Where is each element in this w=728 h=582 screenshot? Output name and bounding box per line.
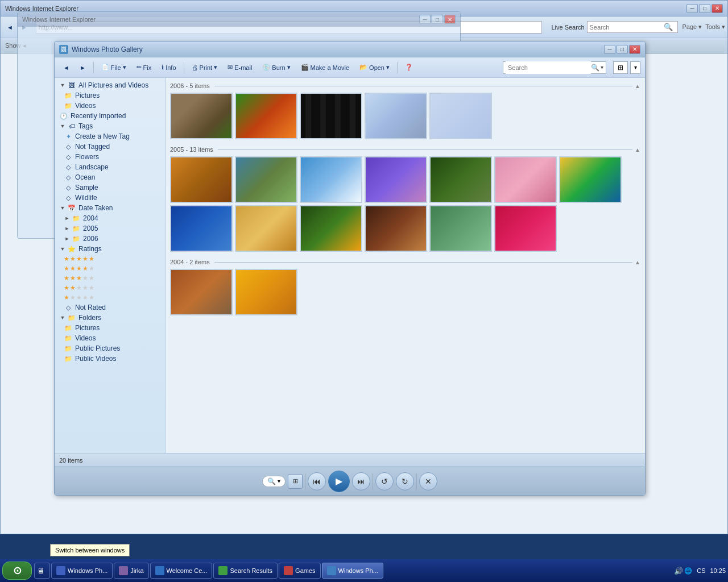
- photo-thumb-screenshot2[interactable]: [429, 93, 492, 139]
- ie-tools-btn[interactable]: Tools ▾: [705, 23, 725, 31]
- pg-help-btn[interactable]: ❓: [401, 61, 417, 73]
- sidebar-item-create-tag[interactable]: ✦ Create a New Tag: [55, 131, 165, 142]
- sidebar-item-5stars[interactable]: ★ ★ ★ ★ ★: [55, 254, 165, 264]
- pg-search-icon[interactable]: 🔍: [591, 64, 599, 72]
- photo-thumb-flowers-purple[interactable]: [365, 156, 427, 203]
- pg-search-arrow[interactable]: ▾: [601, 64, 603, 70]
- sidebar-item-folders[interactable]: ▼ 📁 Folders: [55, 313, 165, 323]
- tray-lang[interactable]: CS: [697, 567, 705, 574]
- photo-thumb-screenshot1[interactable]: [365, 93, 427, 139]
- taskbar-btn-games[interactable]: Games: [279, 563, 320, 579]
- sidebar-item-2stars[interactable]: ★ ★ ★ ★ ★: [55, 283, 165, 293]
- sidebar-item-wildlife[interactable]: ◇ Wildlife: [55, 193, 165, 203]
- sidebar-item-2004[interactable]: ► 📁 2004: [55, 213, 165, 223]
- sidebar-item-sample[interactable]: ◇ Sample: [55, 182, 165, 193]
- sidebar-item-ocean[interactable]: ◇ Ocean: [55, 172, 165, 182]
- sidebar-item-pictures[interactable]: 📁 Pictures: [55, 90, 165, 101]
- grid-view-btn[interactable]: ⊞: [288, 474, 303, 489]
- tray-clock[interactable]: 10:25: [710, 567, 726, 574]
- pg-burn-btn[interactable]: 💿 Burn ▾: [258, 61, 294, 73]
- pg-minimize-btn[interactable]: ─: [604, 45, 615, 54]
- year-arrow-2004[interactable]: ▲: [635, 259, 640, 265]
- next-btn[interactable]: ⏭: [352, 472, 370, 490]
- taskbar-btn-welcome[interactable]: Welcome Ce...: [150, 563, 213, 579]
- photo-thumb-canyon[interactable]: [170, 269, 233, 315]
- photo-thumb-film[interactable]: [300, 93, 362, 139]
- sidebar-item-not-rated[interactable]: ◇ Not Rated: [55, 302, 165, 313]
- ie-search-input[interactable]: [590, 24, 664, 31]
- ie-close-btn[interactable]: ✕: [712, 4, 723, 13]
- tray-speaker-icon[interactable]: 🔊: [674, 567, 683, 575]
- photo-thumb-forest[interactable]: [429, 156, 492, 203]
- sidebar-item-2006[interactable]: ► 📁 2006: [55, 234, 165, 244]
- sidebar-item-folder-videos[interactable]: 📁 Videos: [55, 333, 165, 343]
- taskbar-btn-jirka[interactable]: Jirka: [114, 563, 148, 579]
- photo-thumb-river[interactable]: [235, 156, 297, 203]
- year-arrow-2006[interactable]: ▲: [635, 83, 640, 89]
- rotate-left-btn[interactable]: ↺: [375, 472, 394, 490]
- zoom-arrow[interactable]: ▾: [278, 478, 280, 484]
- sidebar-item-landscape[interactable]: ◇ Landscape: [55, 162, 165, 172]
- sidebar-item-not-tagged[interactable]: ◇ Not Tagged: [55, 142, 165, 152]
- zoom-icon[interactable]: 🔍: [267, 477, 276, 485]
- bg-maximize-btn2[interactable]: □: [432, 15, 443, 24]
- sidebar-item-folder-pictures[interactable]: 📁 Pictures: [55, 323, 165, 333]
- sidebar-item-public-videos[interactable]: 📁 Public Videos: [55, 354, 165, 364]
- pg-search-input[interactable]: [506, 61, 591, 74]
- photo-thumb-tree[interactable]: [365, 205, 427, 252]
- start-button[interactable]: ⊙: [2, 562, 32, 580]
- ie-back-btn[interactable]: ◄: [3, 22, 17, 33]
- taskbar-quick-launch[interactable]: 🖥: [34, 563, 50, 579]
- rotate-right-btn[interactable]: ↻: [396, 472, 414, 490]
- bg-minimize-btn2[interactable]: ─: [419, 15, 431, 24]
- ie-maximize-btn[interactable]: □: [699, 4, 710, 13]
- pg-view-arrow-btn[interactable]: ▾: [630, 61, 640, 74]
- taskbar-btn-search[interactable]: Search Results: [213, 563, 278, 579]
- ie-minimize-btn[interactable]: ─: [686, 4, 698, 13]
- sidebar-item-ratings[interactable]: ▼ ⭐ Ratings: [55, 244, 165, 254]
- photo-thumb-whale[interactable]: [170, 205, 233, 252]
- photo-thumb-waterfall[interactable]: [429, 205, 492, 252]
- tray-network-icon[interactable]: 🌐: [684, 567, 692, 575]
- prev-btn[interactable]: ⏮: [308, 472, 326, 490]
- photo-thumb-butterfly[interactable]: [235, 93, 297, 139]
- pg-email-btn[interactable]: ✉ E-mail: [224, 61, 256, 73]
- photo-thumb-flowers-pink[interactable]: [494, 156, 557, 203]
- year-arrow-2005[interactable]: ▲: [635, 147, 640, 153]
- sidebar-item-4stars[interactable]: ★ ★ ★ ★ ★: [55, 264, 165, 273]
- ie-page-btn[interactable]: Page ▾: [682, 23, 702, 31]
- delete-btn[interactable]: ✕: [419, 472, 437, 490]
- bg-close-btn2[interactable]: ✕: [444, 15, 456, 24]
- sidebar-item-date-taken[interactable]: ▼ 📅 Date Taken: [55, 203, 165, 213]
- pg-fix-btn[interactable]: ✏ Fix: [133, 61, 156, 73]
- pg-info-btn[interactable]: ℹ Info: [158, 61, 180, 73]
- taskbar-btn-ie[interactable]: Windows Ph...: [51, 563, 113, 579]
- pg-back-btn[interactable]: ◄: [59, 62, 73, 73]
- pg-print-btn[interactable]: 🖨 Print ▾: [188, 61, 222, 73]
- pg-close-btn[interactable]: ✕: [629, 45, 640, 54]
- photo-thumb-sunflowers[interactable]: [235, 269, 297, 315]
- photo-thumb-desert[interactable]: [235, 205, 297, 252]
- play-pause-btn[interactable]: ▶: [328, 471, 350, 492]
- pg-forward-btn[interactable]: ►: [76, 62, 90, 73]
- pg-open-btn[interactable]: 📂 Open ▾: [355, 61, 394, 73]
- photo-thumb-turtle[interactable]: [559, 156, 622, 203]
- photo-thumb-sky[interactable]: [300, 156, 362, 203]
- sidebar-item-videos[interactable]: 📁 Videos: [55, 101, 165, 111]
- sidebar-item-flowers[interactable]: ◇ Flowers: [55, 152, 165, 162]
- sidebar-item-3stars[interactable]: ★ ★ ★ ★ ★: [55, 273, 165, 283]
- sidebar-item-1star[interactable]: ★ ★ ★ ★ ★: [55, 293, 165, 302]
- taskbar-btn-gallery[interactable]: Windows Ph...: [322, 563, 383, 579]
- pg-maximize-btn[interactable]: □: [617, 45, 628, 54]
- sidebar-item-public-pictures[interactable]: 📁 Public Pictures: [55, 343, 165, 354]
- photo-thumb-toucan[interactable]: [300, 205, 362, 252]
- sidebar-item-recently-imported[interactable]: 🕐 Recently Imported: [55, 111, 165, 121]
- sidebar-item-tags-expand[interactable]: ▼ 🏷 Tags: [55, 121, 165, 131]
- pg-movie-btn[interactable]: 🎬 Make a Movie: [297, 61, 353, 73]
- photo-thumb-fall[interactable]: [170, 156, 233, 203]
- photo-thumb-bear[interactable]: [170, 93, 233, 139]
- pg-file-btn[interactable]: 📄 File ▾: [97, 61, 130, 73]
- pg-view-btn[interactable]: ⊞: [613, 61, 628, 74]
- sidebar-item-expand-all[interactable]: ▼ 🖼 All Pictures and Videos: [55, 80, 165, 90]
- photo-thumb-red-flowers[interactable]: [494, 205, 557, 252]
